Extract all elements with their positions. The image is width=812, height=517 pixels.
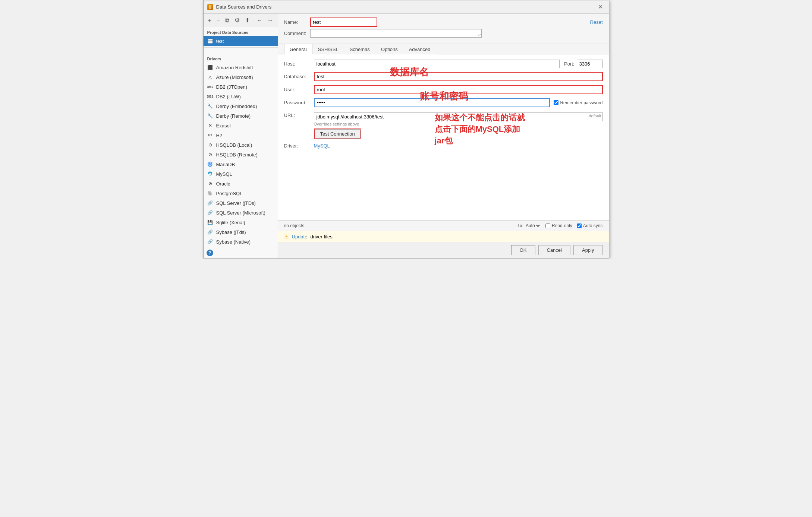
autosync-checkbox[interactable] xyxy=(577,223,582,228)
host-row: Host: Port: xyxy=(284,60,603,68)
comment-input[interactable] xyxy=(310,29,482,38)
back-button[interactable]: ← xyxy=(255,16,264,25)
readonly-checkbox[interactable] xyxy=(545,223,550,228)
sidebar-item-sqlite-xerial[interactable]: 💾 Sqlite (Xerial) xyxy=(204,218,278,227)
datasource-name: test xyxy=(216,38,224,44)
update-link[interactable]: Update xyxy=(292,234,308,240)
database-row: Database: xyxy=(284,72,603,81)
tx-control: Tx: Auto xyxy=(517,223,541,229)
driver-link[interactable]: MySQL xyxy=(314,143,330,149)
url-row: URL: default Overrides settings above Te… xyxy=(284,112,603,139)
ok-button[interactable]: OK xyxy=(511,245,535,255)
settings-button[interactable]: ⚙ xyxy=(233,16,241,25)
sidebar-item-mysql[interactable]: 🐬 MySQL xyxy=(204,169,278,179)
url-input[interactable] xyxy=(314,112,603,121)
sidebar-item-sybase-jtds[interactable]: 🔗 Sybase (jTds) xyxy=(204,227,278,237)
sidebar-item-exasol[interactable]: ✕ Exasol xyxy=(204,121,278,130)
copy-datasource-button[interactable]: ⧉ xyxy=(224,16,231,25)
sidebar-item-amazon-redshift[interactable]: ⬛ Amazon Redshift xyxy=(204,63,278,72)
database-input[interactable] xyxy=(314,72,603,81)
driver-label: MariaDB xyxy=(216,162,235,167)
nav-arrows: ← → xyxy=(255,16,275,25)
sidebar-item-azure[interactable]: △ Azure (Microsoft) xyxy=(204,72,278,82)
tx-label: Tx: xyxy=(517,223,523,228)
driver-label: Sybase (Native) xyxy=(216,239,251,245)
sybase-jtds-icon: 🔗 xyxy=(207,229,213,235)
sidebar-item-sybase-native[interactable]: 🔗 Sybase (Native) xyxy=(204,237,278,247)
tab-schemas[interactable]: Schemas xyxy=(344,44,375,54)
password-wrap xyxy=(314,98,550,107)
remove-datasource-button[interactable]: − xyxy=(215,16,221,25)
tab-general[interactable]: General xyxy=(284,44,312,54)
user-input[interactable] xyxy=(314,85,603,94)
sidebar-item-mariadb[interactable]: 🌀 MariaDB xyxy=(204,159,278,169)
status-right: Tx: Auto Read-only Auto sync xyxy=(517,223,602,229)
sidebar-item-sql-server-jtds[interactable]: 🔗 SQL Server (jTDs) xyxy=(204,198,278,208)
name-input[interactable] xyxy=(310,18,377,27)
url-label: URL: xyxy=(284,112,314,118)
right-panel: Name: Reset Comment: ⤢ General SSH/SSL S… xyxy=(278,14,609,258)
tab-ssh-ssl[interactable]: SSH/SSL xyxy=(312,44,344,54)
add-datasource-button[interactable]: + xyxy=(207,16,213,25)
tabs-bar: General SSH/SSL Schemas Options Advanced xyxy=(278,44,609,54)
update-driver-bar: ⚠ Update driver files xyxy=(278,231,609,242)
close-button[interactable]: ✕ xyxy=(596,3,605,11)
driver-label: HSQLDB (Local) xyxy=(216,142,252,148)
datasource-icon xyxy=(207,38,213,44)
forward-button[interactable]: → xyxy=(266,16,275,25)
sidebar-item-sql-server-microsoft[interactable]: 🔗 SQL Server (Microsoft) xyxy=(204,208,278,218)
url-overrides-note: Overrides settings above xyxy=(314,122,603,126)
url-default-tag: default xyxy=(589,114,601,118)
driver-label: Oracle xyxy=(216,181,230,187)
sidebar-item-db2-jtopen[interactable]: DB2 DB2 (JTOpen) xyxy=(204,82,278,92)
test-connection-wrap: Test Connection xyxy=(314,129,361,139)
reset-link[interactable]: Reset xyxy=(590,19,603,25)
tab-advanced[interactable]: Advanced xyxy=(403,44,436,54)
sidebar-item-db2-luw[interactable]: DB2 DB2 (LUW) xyxy=(204,92,278,101)
driver-label: Azure (Microsoft) xyxy=(216,74,253,80)
sidebar-item-h2[interactable]: H2 H2 xyxy=(204,130,278,140)
driver-label: Derby (Embedded) xyxy=(216,104,257,109)
autosync-label[interactable]: Auto sync xyxy=(577,223,603,228)
tx-select[interactable]: Auto xyxy=(524,223,541,229)
help-button[interactable]: ? xyxy=(207,250,213,256)
port-input[interactable] xyxy=(577,60,603,68)
sidebar-item-hsqldb-local[interactable]: ⊙ HSQLDB (Local) xyxy=(204,140,278,150)
password-label: Password: xyxy=(284,100,314,105)
url-wrap: default Overrides settings above Test Co… xyxy=(314,112,603,139)
db2-jtopen-icon: DB2 xyxy=(207,84,213,90)
status-bar: no objects Tx: Auto Read-only Auto xyxy=(278,220,609,231)
port-label: Port: xyxy=(564,61,574,67)
sidebar-item-oracle[interactable]: ⊗ Oracle xyxy=(204,179,278,188)
derby-remote-icon: 🔧 xyxy=(207,113,213,119)
title-bar: 🗄 Data Sources and Drivers ✕ xyxy=(204,0,609,14)
datasource-header: Name: Reset Comment: ⤢ xyxy=(278,14,609,44)
driver-label: HSQLDB (Remote) xyxy=(216,152,258,158)
import-button[interactable]: ⬆ xyxy=(243,16,251,25)
host-input[interactable] xyxy=(314,60,560,68)
mariadb-icon: 🌀 xyxy=(207,161,213,167)
sidebar-item-test[interactable]: test xyxy=(204,36,278,46)
sidebar-item-derby-embedded[interactable]: 🔧 Derby (Embedded) xyxy=(204,101,278,111)
name-label: Name: xyxy=(284,19,310,25)
sidebar-item-hsqldb-remote[interactable]: ⊙ HSQLDB (Remote) xyxy=(204,150,278,159)
project-sources-label: Project Data Sources xyxy=(204,27,278,36)
expand-comment-button[interactable]: ⤢ xyxy=(478,33,481,37)
sidebar-item-postgresql[interactable]: 🐘 PostgreSQL xyxy=(204,188,278,198)
test-connection-button[interactable]: Test Connection xyxy=(315,129,361,139)
readonly-label[interactable]: Read-only xyxy=(545,223,572,228)
sql-server-microsoft-icon: 🔗 xyxy=(207,210,213,216)
driver-label: MySQL xyxy=(216,171,232,177)
name-row: Name: Reset xyxy=(284,18,603,27)
h2-icon: H2 xyxy=(207,132,213,138)
remember-password-label[interactable]: Remember password xyxy=(554,100,602,105)
sql-server-jtds-icon: 🔗 xyxy=(207,200,213,206)
sidebar-item-derby-remote[interactable]: 🔧 Derby (Remote) xyxy=(204,111,278,121)
status-text: no objects xyxy=(284,223,305,228)
driver-label: SQL Server (jTDs) xyxy=(216,200,256,206)
remember-password-checkbox[interactable] xyxy=(554,100,558,105)
password-input[interactable] xyxy=(315,99,550,107)
apply-button[interactable]: Apply xyxy=(573,245,603,255)
cancel-button[interactable]: Cancel xyxy=(538,245,570,255)
tab-options[interactable]: Options xyxy=(375,44,403,54)
